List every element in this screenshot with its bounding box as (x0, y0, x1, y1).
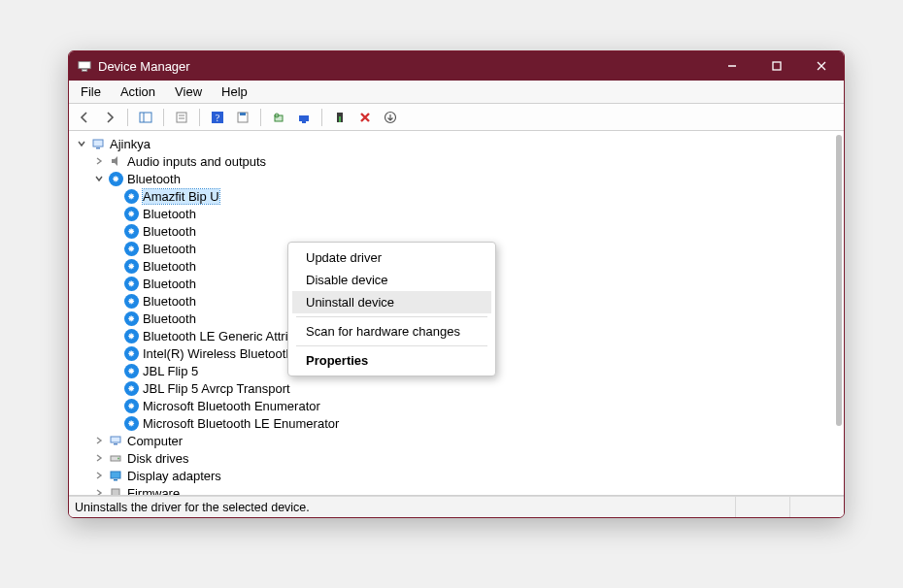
tree-root-label: Ajinkya (110, 137, 150, 151)
tree-device[interactable]: ⁕ JBL Flip 5 Avrcp Transport (69, 379, 844, 397)
scrollbar[interactable] (836, 135, 842, 426)
tree-category-audio[interactable]: Audio inputs and outputs (69, 152, 844, 170)
menu-file[interactable]: File (73, 82, 109, 101)
bluetooth-icon: ⁕ (123, 188, 139, 204)
disk-icon (108, 450, 123, 466)
tree-label: Bluetooth (127, 172, 181, 186)
tree-label: JBL Flip 5 (143, 364, 198, 378)
menu-view[interactable]: View (167, 82, 210, 101)
tree-device-amazfit[interactable]: ⁕ Amazfit Bip U (69, 187, 844, 205)
window-title: Device Manager (98, 59, 190, 74)
tree-category-display[interactable]: Display adapters (69, 467, 844, 484)
uninstall-device-icon[interactable] (353, 107, 377, 128)
back-button[interactable] (73, 107, 96, 128)
chevron-right-icon[interactable] (92, 434, 106, 447)
forward-button[interactable] (98, 107, 121, 128)
svg-rect-18 (302, 121, 306, 123)
status-bar: Uninstalls the driver for the selected d… (69, 496, 844, 517)
show-hide-tree-button[interactable] (134, 107, 157, 128)
chevron-right-icon[interactable] (92, 486, 106, 495)
properties-button[interactable] (170, 107, 193, 128)
update-driver-icon[interactable] (292, 107, 316, 128)
tree-label: Bluetooth (143, 311, 196, 326)
svg-rect-28 (114, 479, 117, 481)
tree-category-firmware[interactable]: Firmware (69, 484, 844, 495)
action-icon[interactable] (231, 107, 254, 128)
ctx-disable-device[interactable]: Disable device (292, 269, 491, 291)
svg-rect-17 (299, 115, 309, 121)
bluetooth-icon: ⁕ (123, 415, 139, 431)
tree-device[interactable]: ⁕ Bluetooth (69, 205, 844, 222)
svg-text:?: ? (216, 113, 220, 123)
status-cell (789, 497, 844, 517)
tree-device[interactable]: ⁕ Microsoft Bluetooth LE Enumerator (69, 414, 844, 432)
context-menu: Update driver Disable device Uninstall d… (287, 242, 496, 376)
chevron-right-icon[interactable] (92, 451, 106, 465)
ctx-update-driver[interactable]: Update driver (292, 246, 491, 269)
tree-label: Disk drives (127, 451, 189, 466)
bluetooth-icon: ⁕ (123, 223, 139, 239)
close-button[interactable] (799, 51, 844, 81)
tree-label: Bluetooth (143, 259, 196, 274)
svg-rect-8 (177, 113, 186, 122)
bluetooth-icon: ⁕ (123, 310, 139, 326)
svg-rect-29 (112, 489, 119, 495)
ctx-uninstall-device[interactable]: Uninstall device (292, 291, 491, 313)
tree-device[interactable]: ⁕ Microsoft Bluetooth Enumerator (69, 397, 844, 414)
tree-label: Microsoft Bluetooth Enumerator (143, 399, 320, 413)
firmware-icon (108, 485, 123, 495)
tree-device[interactable]: ⁕ Bluetooth (69, 222, 844, 240)
svg-rect-27 (111, 472, 120, 478)
status-cell (735, 497, 789, 517)
tree-label: Intel(R) Wireless Bluetooth(R) (143, 346, 311, 361)
bluetooth-icon: ⁕ (123, 206, 139, 221)
tree-label: Audio inputs and outputs (127, 154, 266, 169)
bluetooth-icon: ⁕ (123, 398, 139, 413)
svg-rect-0 (79, 62, 90, 69)
menu-action[interactable]: Action (113, 82, 163, 101)
toolbar: ? (69, 104, 844, 131)
tree-label: Display adapters (127, 469, 221, 483)
ctx-properties[interactable]: Properties (292, 349, 491, 372)
menu-bar: File Action View Help (69, 81, 844, 104)
chevron-down-icon[interactable] (75, 137, 88, 150)
bluetooth-icon: ⁕ (123, 241, 139, 256)
scan-hardware-icon[interactable] (267, 107, 290, 128)
svg-rect-1 (82, 70, 86, 72)
tree-category-bluetooth[interactable]: ⁕ Bluetooth (69, 170, 844, 187)
separator (296, 316, 487, 317)
bluetooth-icon: ⁕ (123, 258, 139, 274)
svg-rect-22 (96, 147, 100, 149)
tree-label: Bluetooth (143, 242, 196, 256)
bluetooth-icon: ⁕ (123, 293, 139, 309)
menu-help[interactable]: Help (214, 82, 255, 101)
tree-label: Bluetooth (143, 277, 196, 291)
tree-root[interactable]: Ajinkya (69, 135, 844, 152)
status-text: Uninstalls the driver for the selected d… (75, 501, 735, 514)
chevron-right-icon[interactable] (92, 469, 106, 482)
tree-label: JBL Flip 5 Avrcp Transport (143, 381, 290, 396)
install-legacy-icon[interactable] (379, 107, 402, 128)
tree-category-disk[interactable]: Disk drives (69, 449, 844, 467)
tree-label: Bluetooth (143, 294, 196, 309)
disable-device-icon[interactable] (328, 107, 351, 128)
chevron-down-icon[interactable] (92, 172, 106, 185)
bluetooth-icon: ⁕ (123, 363, 139, 378)
help-icon[interactable]: ? (206, 107, 229, 128)
app-icon (77, 58, 92, 74)
tree-label: Computer (127, 434, 183, 448)
title-bar: Device Manager (69, 51, 844, 81)
device-manager-window: Device Manager File Action View Help (68, 50, 845, 518)
tree-category-computer[interactable]: Computer (69, 432, 844, 449)
computer-root-icon (90, 136, 106, 151)
ctx-scan-hardware[interactable]: Scan for hardware changes (292, 320, 491, 343)
bluetooth-icon: ⁕ (123, 345, 139, 361)
tree-label: Firmware (127, 486, 180, 496)
svg-rect-24 (114, 443, 117, 445)
minimize-button[interactable] (710, 51, 754, 81)
maximize-button[interactable] (754, 51, 799, 81)
bluetooth-icon: ⁕ (123, 276, 139, 291)
chevron-right-icon[interactable] (92, 154, 106, 168)
tree-label: Microsoft Bluetooth LE Enumerator (143, 416, 339, 431)
svg-point-26 (117, 458, 119, 460)
